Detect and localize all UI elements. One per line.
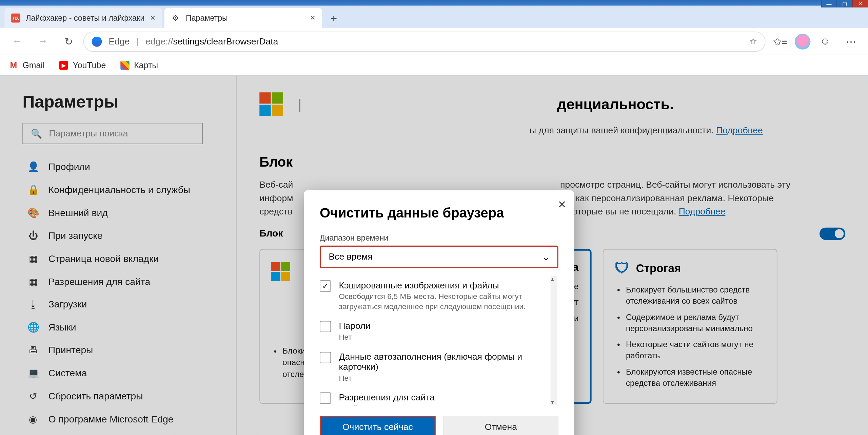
clear-data-options: Кэшированные изображения и файлы Освобод… (320, 276, 558, 405)
tab-lifehacker[interactable]: ЛХ Лайфхакер - советы и лайфхаки × (4, 8, 162, 28)
window-maximize-button[interactable]: ▢ (837, 0, 852, 7)
item-title: Кэшированные изображения и файлы (339, 281, 551, 291)
clear-data-item[interactable]: Пароли Нет (320, 317, 552, 347)
new-tab-button[interactable]: + (324, 9, 343, 28)
address-url: edge://settings/clearBrowserData (145, 36, 278, 46)
clear-now-button[interactable]: Очистить сейчас (320, 416, 436, 435)
bookmark-maps[interactable]: Карты (120, 60, 158, 70)
dialog-title: Очистить данные браузера (320, 205, 558, 221)
menu-dots-icon[interactable]: ⋯ (840, 30, 862, 53)
refresh-button[interactable]: ↻ (57, 30, 80, 53)
forward-button[interactable]: → (32, 30, 54, 53)
bookmarks-bar: MGmail ▶YouTube Карты (0, 55, 868, 76)
address-brand: Edge (108, 36, 130, 46)
checkbox[interactable] (320, 393, 331, 404)
clear-data-item[interactable]: Разрешения для сайта 1 сайт (320, 388, 552, 406)
tab-title: Лайфхакер - советы и лайфхаки (26, 14, 144, 23)
address-bar[interactable]: Edge | edge://settings/clearBrowserData … (83, 31, 766, 52)
bookmark-youtube[interactable]: ▶YouTube (59, 60, 106, 70)
cancel-button[interactable]: Отмена (443, 416, 558, 435)
tab-close-icon[interactable]: × (310, 13, 315, 23)
chevron-down-icon: ⌄ (542, 251, 550, 262)
tab-close-icon[interactable]: × (150, 13, 156, 23)
time-range-select[interactable]: Все время ⌄ (320, 246, 558, 268)
toolbar: ← → ↻ Edge | edge://settings/clearBrowse… (0, 28, 868, 55)
checkbox[interactable] (320, 321, 331, 333)
item-title: Пароли (339, 321, 551, 332)
checkbox[interactable] (320, 352, 331, 363)
window-minimize-button[interactable]: — (821, 0, 837, 7)
youtube-icon: ▶ (59, 60, 68, 70)
item-title: Разрешения для сайта (339, 393, 551, 403)
item-subtitle: Нет (339, 333, 551, 343)
feedback-icon[interactable]: ☺ (814, 30, 836, 53)
scrollbar[interactable] (550, 276, 557, 405)
tab-title: Параметры (186, 14, 304, 23)
item-subtitle: Освободится 6,5 МБ места. Некоторые сайт… (339, 292, 551, 312)
gmail-icon: M (9, 60, 18, 70)
maps-icon (120, 60, 130, 70)
dialog-close-button[interactable]: ✕ (558, 198, 566, 211)
favicon-lifehacker: ЛХ (11, 14, 20, 23)
time-range-label: Диапазон времени (320, 233, 558, 242)
clear-data-item[interactable]: Данные автозаполнения (включая формы и к… (320, 347, 552, 388)
item-title: Данные автозаполнения (включая формы и к… (339, 352, 551, 372)
clear-data-item[interactable]: Кэшированные изображения и файлы Освобод… (320, 276, 552, 317)
back-button[interactable]: ← (6, 30, 28, 53)
window-close-button[interactable]: ✕ (852, 0, 868, 7)
item-subtitle: 1 сайт (339, 404, 551, 405)
profile-avatar[interactable] (795, 34, 810, 49)
bookmark-gmail[interactable]: MGmail (9, 60, 45, 70)
favorite-star-icon[interactable]: ☆ (749, 36, 757, 47)
titlebar (0, 0, 868, 6)
edge-logo-icon (92, 36, 102, 46)
item-subtitle: Нет (339, 373, 551, 383)
tab-strip: ЛХ Лайфхакер - советы и лайфхаки × ⚙ Пар… (0, 6, 868, 28)
clear-data-dialog: ✕ Очистить данные браузера Диапазон врем… (304, 190, 574, 435)
checkbox[interactable] (320, 281, 331, 292)
tab-settings[interactable]: ⚙ Параметры × (164, 8, 322, 28)
gear-icon: ⚙ (171, 14, 180, 23)
favorites-icon[interactable]: ✩≡ (769, 30, 791, 53)
